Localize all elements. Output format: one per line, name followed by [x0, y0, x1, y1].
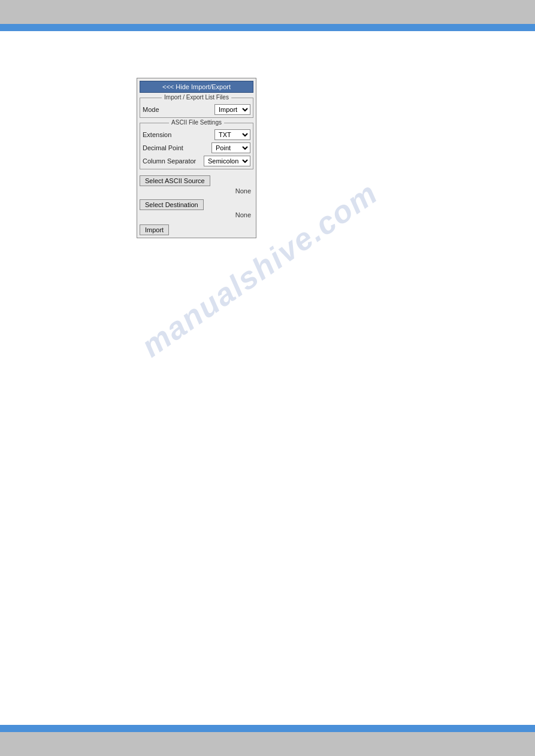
select-destination-button[interactable]: Select Destination	[140, 199, 204, 210]
mode-row: Mode Import Export	[143, 104, 250, 115]
mode-select[interactable]: Import Export	[214, 104, 250, 115]
column-separator-row: Column Separator Semicolon Comma Tab	[143, 156, 250, 166]
bottom-bar-accent	[0, 725, 535, 732]
source-section: Select ASCII Source None	[137, 172, 256, 196]
decimal-point-select[interactable]: Point Comma	[211, 142, 250, 153]
mode-label: Mode	[143, 106, 159, 113]
decimal-point-label: Decimal Point	[143, 144, 183, 151]
import-export-dialog: <<< Hide Import/Export Import / Export L…	[137, 78, 256, 238]
import-button[interactable]: Import	[140, 224, 169, 235]
column-separator-select[interactable]: Semicolon Comma Tab	[204, 156, 250, 166]
import-row: Import	[140, 222, 253, 235]
extension-row: Extension TXT CSV	[143, 129, 250, 140]
destination-section: Select Destination None	[137, 196, 256, 220]
hide-import-export-button[interactable]: <<< Hide Import/Export	[140, 81, 253, 93]
destination-value: None	[140, 211, 253, 218]
extension-label: Extension	[143, 131, 171, 138]
ascii-settings-group: ASCII File Settings Extension TXT CSV De…	[140, 123, 253, 169]
column-separator-label: Column Separator	[143, 157, 196, 165]
source-value: None	[140, 187, 253, 195]
import-export-group: Import / Export List Files Mode Import E…	[140, 98, 253, 118]
ascii-settings-group-title: ASCII File Settings	[169, 119, 224, 126]
import-export-group-title: Import / Export List Files	[162, 94, 231, 101]
decimal-point-row: Decimal Point Point Comma	[143, 142, 250, 153]
select-ascii-source-button[interactable]: Select ASCII Source	[140, 175, 210, 186]
top-bar-accent	[0, 24, 535, 31]
extension-select[interactable]: TXT CSV	[214, 129, 250, 140]
